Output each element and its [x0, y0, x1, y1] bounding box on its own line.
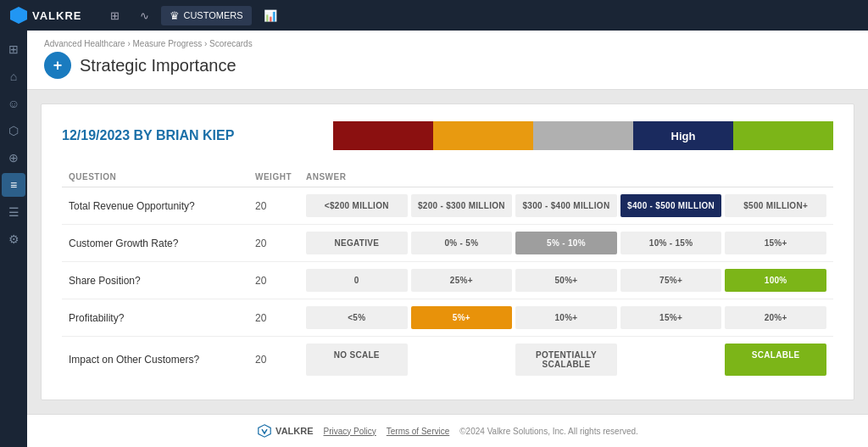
- reports-icon: 📊: [264, 9, 277, 22]
- table-row: Profitability?20<5%5%+10%+15%+20%+: [62, 299, 833, 337]
- sidebar-icon-settings[interactable]: ⚙: [2, 227, 25, 251]
- weight-cell-2: 20: [248, 262, 299, 299]
- answers-cell-1: NEGATIVE0% - 5%5% - 10%10% - 15%15%+: [299, 225, 833, 262]
- sidebar-icon-grid[interactable]: ⊞: [2, 37, 25, 61]
- answer-btn-0-3[interactable]: $400 - $500 MILLION: [620, 194, 722, 217]
- answer-btn-0-0[interactable]: <$200 MILLION: [306, 194, 408, 217]
- sidebar: ⊞ ⌂ ☺ ⬡ ⊕ ≡ ☰ ⚙: [0, 31, 27, 447]
- top-nav: VALKRE ⊞ ∿ ♛ CUSTOMERS 📊: [0, 0, 868, 31]
- footer: VALKRE Privacy Policy Terms of Service ©…: [27, 414, 868, 447]
- answer-btn-4-2[interactable]: POTENTIALLY SCALABLE: [515, 344, 617, 376]
- scorecard-scale: High: [333, 121, 833, 150]
- col-header-answer: ANSWER: [299, 167, 833, 187]
- sidebar-icon-home[interactable]: ⌂: [2, 64, 25, 88]
- answers-cell-4: NO SCALEPOTENTIALLY SCALABLESCALABLE: [299, 337, 833, 383]
- sidebar-icon-menu[interactable]: ☰: [2, 200, 25, 224]
- nav-label-customers: CUSTOMERS: [183, 10, 242, 20]
- answer-options-3: <5%5%+10%+15%+20%+: [306, 306, 826, 329]
- answer-btn-4-1[interactable]: [411, 344, 513, 376]
- answer-btn-1-4[interactable]: 15%+: [725, 232, 826, 254]
- answer-btn-3-2[interactable]: 10%+: [515, 306, 617, 329]
- nav-item-customers[interactable]: ♛ CUSTOMERS: [161, 6, 251, 25]
- weight-cell-3: 20: [248, 299, 299, 337]
- answer-btn-4-4[interactable]: SCALABLE: [725, 344, 826, 376]
- answer-options-0: <$200 MILLION$200 - $300 MILLION$300 - $…: [306, 194, 826, 217]
- footer-privacy-link[interactable]: Privacy Policy: [324, 427, 376, 436]
- answer-btn-4-3[interactable]: [620, 344, 722, 376]
- dashboard-icon: ⊞: [110, 9, 120, 22]
- sidebar-icon-hex[interactable]: ⬡: [2, 119, 25, 142]
- breadcrumb-part1: Advanced Healthcare: [44, 39, 125, 48]
- top-nav-items: ⊞ ∿ ♛ CUSTOMERS 📊: [102, 6, 285, 25]
- breadcrumb-part2: Measure Progress: [133, 39, 203, 48]
- answers-cell-3: <5%5%+10%+15%+20%+: [299, 299, 833, 337]
- answer-btn-3-4[interactable]: 20%+: [725, 306, 826, 329]
- answer-btn-1-0[interactable]: NEGATIVE: [306, 232, 408, 254]
- nav-item-dashboard[interactable]: ⊞: [102, 6, 128, 25]
- customers-icon: ♛: [170, 9, 180, 22]
- sidebar-icon-globe[interactable]: ⊕: [2, 146, 25, 170]
- page-title-row: + Strategic Importance: [44, 52, 851, 79]
- nav-item-analytics[interactable]: ∿: [131, 6, 158, 25]
- answer-btn-0-1[interactable]: $200 - $300 MILLION: [411, 194, 513, 217]
- answer-btn-2-3[interactable]: 75%+: [620, 269, 722, 292]
- answer-btn-2-1[interactable]: 25%+: [411, 269, 513, 292]
- page-header: Advanced Healthcare › Measure Progress ›…: [27, 31, 868, 90]
- answer-btn-4-0[interactable]: NO SCALE: [306, 344, 408, 376]
- spacer: [27, 400, 868, 414]
- footer-logo-text: VALKRE: [275, 426, 313, 436]
- logo-text: VALKRE: [32, 9, 81, 22]
- answer-btn-2-0[interactable]: 0: [306, 269, 408, 292]
- table-header-row: QUESTION WEIGHT ANSWER: [62, 167, 833, 187]
- answer-btn-1-3[interactable]: 10% - 15%: [620, 232, 722, 254]
- page-title: Strategic Importance: [80, 56, 236, 75]
- col-header-question: QUESTION: [62, 167, 248, 187]
- answers-cell-0: <$200 MILLION$200 - $300 MILLION$300 - $…: [299, 187, 833, 225]
- footer-terms-link[interactable]: Terms of Service: [387, 427, 449, 436]
- sidebar-icon-scorecard[interactable]: ≡: [2, 173, 25, 197]
- sidebar-icon-user[interactable]: ☺: [2, 92, 25, 115]
- answer-btn-1-1[interactable]: 0% - 5%: [411, 232, 513, 254]
- answer-btn-2-4[interactable]: 100%: [725, 269, 826, 292]
- answer-btn-2-2[interactable]: 50%+: [515, 269, 617, 292]
- scale-block-5: [733, 121, 833, 150]
- page-title-icon: +: [44, 52, 71, 79]
- answer-btn-3-0[interactable]: <5%: [306, 306, 408, 329]
- footer-copyright: ©2024 Valkre Solutions, Inc. All rights …: [459, 427, 638, 436]
- scorecard-header-row: 12/19/2023 BY BRIAN KIEP High: [62, 121, 833, 150]
- col-header-weight: WEIGHT: [248, 167, 299, 187]
- answer-btn-3-1[interactable]: 5%+: [411, 306, 513, 329]
- answer-btn-1-2[interactable]: 5% - 10%: [515, 232, 617, 254]
- table-row: Customer Growth Rate?20NEGATIVE0% - 5%5%…: [62, 225, 833, 262]
- answer-options-1: NEGATIVE0% - 5%5% - 10%10% - 15%15%+: [306, 232, 826, 254]
- table-row: Impact on Other Customers?20NO SCALEPOTE…: [62, 337, 833, 383]
- answer-btn-3-3[interactable]: 15%+: [620, 306, 722, 329]
- answer-btn-0-2[interactable]: $300 - $400 MILLION: [515, 194, 617, 217]
- main-content: Advanced Healthcare › Measure Progress ›…: [27, 31, 868, 447]
- breadcrumb-part3: Scorecards: [209, 39, 253, 48]
- scorecard-table: QUESTION WEIGHT ANSWER Total Revenue Opp…: [62, 167, 833, 383]
- answer-options-4: NO SCALEPOTENTIALLY SCALABLESCALABLE: [306, 344, 826, 376]
- scorecard-date-author: 12/19/2023 BY BRIAN KIEP: [62, 128, 333, 143]
- footer-logo: VALKRE: [257, 423, 313, 439]
- question-cell-4: Impact on Other Customers?: [62, 337, 248, 383]
- footer-logo-icon: [257, 423, 272, 439]
- weight-cell-4: 20: [248, 337, 299, 383]
- nav-item-reports[interactable]: 📊: [255, 6, 286, 25]
- answer-btn-0-4[interactable]: $500 MILLION+: [725, 194, 826, 217]
- table-row: Share Position?20025%+50%+75%+100%: [62, 262, 833, 299]
- layout: ⊞ ⌂ ☺ ⬡ ⊕ ≡ ☰ ⚙ Advanced Healthcare › Me…: [0, 31, 868, 447]
- weight-cell-0: 20: [248, 187, 299, 225]
- question-cell-3: Profitability?: [62, 299, 248, 337]
- analytics-icon: ∿: [140, 9, 149, 22]
- question-cell-1: Customer Growth Rate?: [62, 225, 248, 262]
- weight-cell-1: 20: [248, 225, 299, 262]
- table-row: Total Revenue Opportunity?20<$200 MILLIO…: [62, 187, 833, 225]
- question-cell-2: Share Position?: [62, 262, 248, 299]
- breadcrumb: Advanced Healthcare › Measure Progress ›…: [44, 39, 851, 48]
- answers-cell-2: 025%+50%+75%+100%: [299, 262, 833, 299]
- scale-block-1: [333, 121, 433, 150]
- app-logo: VALKRE: [10, 7, 81, 24]
- scorecard-area: 12/19/2023 BY BRIAN KIEP High QUESTION W…: [41, 103, 854, 400]
- scale-block-2: [433, 121, 533, 150]
